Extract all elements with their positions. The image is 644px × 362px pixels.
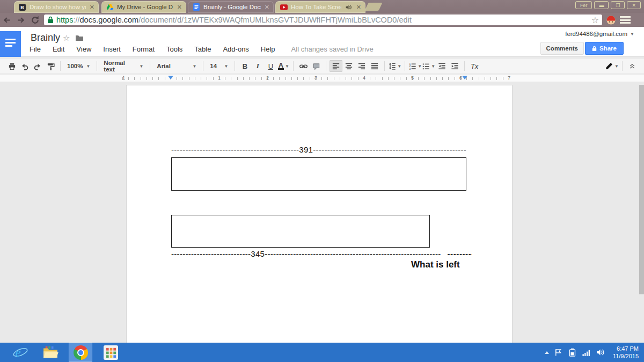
chrome-icon[interactable] xyxy=(69,343,92,362)
restore-button[interactable]: ❐ xyxy=(611,1,625,9)
mario-extension-icon[interactable] xyxy=(606,16,616,25)
action-center-flag-icon[interactable] xyxy=(554,348,563,357)
tab-close-icon[interactable]: ✕ xyxy=(177,4,182,11)
minimize-button[interactable]: ▬ xyxy=(594,1,609,9)
chrome-menu-icon[interactable] xyxy=(620,16,631,24)
address-bar[interactable]: https://docs.google.com/document/d/1zWTE… xyxy=(44,15,602,25)
system-tray: 6:47 PM 11/9/2015 xyxy=(545,345,644,360)
tab-close-icon[interactable]: ✕ xyxy=(264,4,270,11)
align-left-button[interactable] xyxy=(330,60,342,72)
text-color-button[interactable]: A▼ xyxy=(277,60,290,72)
menu-table[interactable]: Table xyxy=(194,45,211,53)
menu-file[interactable]: File xyxy=(30,45,41,53)
align-center-button[interactable] xyxy=(342,60,355,72)
share-button[interactable]: Share xyxy=(585,42,624,55)
decrease-indent-icon[interactable] xyxy=(435,60,448,72)
chevron-down-icon: ▼ xyxy=(630,32,634,37)
chevron-down-icon: ▼ xyxy=(86,64,90,69)
chevron-down-icon: ▼ xyxy=(139,64,143,69)
move-to-folder-icon[interactable] xyxy=(75,34,84,41)
bulleted-list-button[interactable]: ▼ xyxy=(422,60,435,72)
menu-insert[interactable]: Insert xyxy=(103,45,121,53)
save-status[interactable]: All changes saved in Drive xyxy=(291,45,374,53)
print-icon[interactable] xyxy=(5,60,18,72)
svg-text:e: e xyxy=(16,346,21,359)
menu-edit[interactable]: Edit xyxy=(53,45,64,53)
browser-navbar: https://docs.google.com/document/d/1zWTE… xyxy=(0,13,644,27)
insert-comment-icon[interactable] xyxy=(310,60,323,72)
right-indent-marker[interactable] xyxy=(462,76,467,79)
profile-button[interactable]: Fer xyxy=(575,1,592,9)
paragraph-style-select[interactable]: Normal text▼ xyxy=(100,60,147,72)
underline-button[interactable]: U xyxy=(264,60,277,72)
left-indent-marker[interactable] xyxy=(168,76,173,79)
tab-brainly-question[interactable]: B Draw to show how you ca ✕ xyxy=(14,1,99,13)
italic-button[interactable]: I xyxy=(251,60,264,72)
network-signal-icon[interactable] xyxy=(582,348,591,357)
brainly-favicon-icon: B xyxy=(18,3,26,11)
menu-help[interactable]: Help xyxy=(261,45,275,53)
taskbar-clock[interactable]: 6:47 PM 11/9/2015 xyxy=(610,345,639,360)
windows-taskbar: e 6:47 PM 11/9/2015 xyxy=(0,343,644,362)
account-menu[interactable]: ferd94486@gmail.com ▼ xyxy=(565,31,634,37)
url-scheme: https xyxy=(56,16,73,24)
docs-home-icon[interactable] xyxy=(0,31,21,57)
tab-youtube[interactable]: How To Take Screen S ✕ xyxy=(275,1,365,13)
menu-addons[interactable]: Add-ons xyxy=(223,45,248,53)
app-grid-icon[interactable] xyxy=(99,343,122,362)
close-button[interactable]: ✕ xyxy=(627,1,641,9)
undo-icon[interactable] xyxy=(18,60,31,72)
line-spacing-button[interactable]: ▼ xyxy=(388,60,401,72)
file-explorer-icon[interactable] xyxy=(39,343,62,362)
new-tab-button[interactable] xyxy=(365,3,383,11)
align-right-button[interactable] xyxy=(355,60,368,72)
bookmark-star-icon[interactable]: ☆ xyxy=(591,15,599,25)
internet-explorer-icon[interactable]: e xyxy=(9,343,32,362)
document-page[interactable]: ----------------------------------------… xyxy=(126,85,513,343)
chevron-down-icon: ▼ xyxy=(224,64,228,69)
bold-button[interactable]: B xyxy=(238,60,251,72)
comments-button[interactable]: Comments xyxy=(540,42,584,55)
docs-favicon-icon xyxy=(192,3,200,11)
tab-close-icon[interactable]: ✕ xyxy=(356,4,362,11)
battery-icon[interactable] xyxy=(568,348,577,357)
volume-icon[interactable] xyxy=(596,348,605,357)
zoom-select[interactable]: 100%▼ xyxy=(64,60,93,72)
tab-google-drive[interactable]: My Drive - Google Drive ✕ xyxy=(101,1,186,13)
chevron-down-icon: ▼ xyxy=(397,64,401,69)
caption-what-is-left: What is left xyxy=(411,259,460,270)
tab-close-icon[interactable]: ✕ xyxy=(89,4,95,11)
back-icon[interactable] xyxy=(0,15,14,25)
vertical-scrollbar[interactable] xyxy=(639,85,644,294)
tab-audio-icon[interactable] xyxy=(345,3,353,11)
show-hidden-icons-arrow[interactable] xyxy=(545,351,549,354)
font-size-select[interactable]: 14▼ xyxy=(207,60,231,72)
star-document-icon[interactable]: ☆ xyxy=(63,33,70,43)
insert-link-icon[interactable] xyxy=(297,60,310,72)
increase-indent-icon[interactable] xyxy=(448,60,461,72)
justify-button[interactable] xyxy=(368,60,381,72)
rectangle-box-bottom xyxy=(171,215,430,248)
editing-mode-pen-icon[interactable]: ▼ xyxy=(605,60,619,72)
menubar: File Edit View Insert Format Tools Table… xyxy=(30,45,374,53)
share-lock-icon xyxy=(592,46,597,52)
edit-toolbar: 100%▼ Normal text▼ Arial▼ 14▼ B I U A▼ ▼… xyxy=(0,58,644,74)
redo-icon[interactable] xyxy=(31,60,44,72)
collapse-toolbar-icon[interactable] xyxy=(626,60,639,72)
drive-favicon-icon xyxy=(106,3,114,11)
font-select[interactable]: Arial▼ xyxy=(153,60,200,72)
menu-view[interactable]: View xyxy=(76,45,91,53)
numbered-list-button[interactable]: 123 ▼ xyxy=(408,60,422,72)
document-area: ----------------------------------------… xyxy=(0,83,644,343)
chevron-down-icon: ▼ xyxy=(418,64,422,69)
reload-icon[interactable] xyxy=(28,15,42,25)
paint-format-icon[interactable] xyxy=(44,60,57,72)
clear-formatting-button[interactable]: Tx xyxy=(468,60,481,72)
measurement-line-391: ----------------------------------------… xyxy=(171,145,466,154)
document-title[interactable]: Brainly xyxy=(31,32,60,44)
forward-icon[interactable] xyxy=(14,15,28,25)
svg-text:3: 3 xyxy=(409,68,411,70)
menu-tools[interactable]: Tools xyxy=(166,45,182,53)
tab-brainly-docs-active[interactable]: Brainly - Google Docs ✕ xyxy=(188,1,274,13)
menu-format[interactable]: Format xyxy=(133,45,155,53)
